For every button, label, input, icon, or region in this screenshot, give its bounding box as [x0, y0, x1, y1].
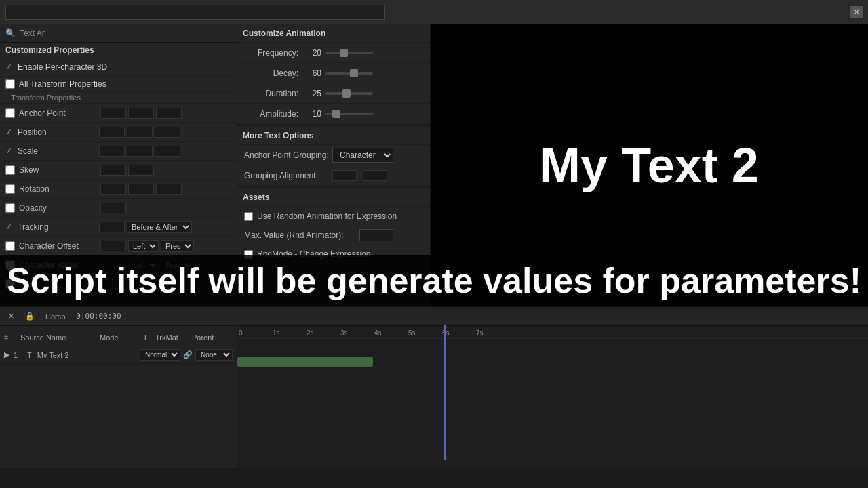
opacity-checkbox[interactable] — [5, 203, 15, 213]
scale-z-input[interactable]: 0 — [155, 146, 180, 157]
use-random-row: Use Random Animation for Expression — [237, 207, 430, 226]
decay-row: Decay: 60 — [237, 63, 430, 83]
skew-checkbox[interactable] — [5, 165, 15, 175]
amplitude-slider[interactable] — [326, 113, 373, 115]
anchor-y-input[interactable]: 0 — [128, 108, 154, 119]
parent-header: Parent — [192, 333, 233, 342]
position-y-input[interactable]: 0 — [127, 127, 153, 138]
playhead[interactable] — [444, 325, 446, 460]
skew-x-input[interactable]: 0 — [100, 165, 126, 176]
layer-trk-dropdown[interactable]: None — [195, 349, 233, 361]
duration-thumb[interactable] — [342, 89, 351, 98]
frequency-thumb[interactable] — [340, 49, 348, 57]
mode-header: Mode — [100, 333, 140, 342]
top-bar: Text Animator Suite ✕ — [0, 0, 868, 24]
layer-name: My Text 2 — [37, 351, 137, 359]
char-offset-label: Character Offset — [19, 241, 100, 251]
scale-y-input[interactable]: 0 — [127, 146, 153, 157]
decay-thumb[interactable] — [350, 69, 358, 77]
position-row: ✓ Position 0 0 0 — [0, 123, 237, 142]
svg-text:4s: 4s — [374, 329, 382, 337]
svg-text:5s: 5s — [408, 329, 416, 337]
char-offset-row: Character Offset 0 Left Pres — [0, 237, 237, 256]
amplitude-thumb[interactable] — [332, 110, 340, 118]
use-random-checkbox[interactable] — [244, 212, 253, 221]
tracking-row: ✓ Tracking 0 Before & After — [0, 218, 237, 237]
position-z-input[interactable]: 0 — [155, 127, 180, 138]
timeline-track-area: 0 1s 2s 3s 4s 5s 6s 7s — [237, 326, 868, 468]
char-offset-dropdown1[interactable]: Left — [128, 240, 159, 252]
svg-text:7s: 7s — [476, 329, 484, 337]
search-area: 🔍 Text Ar — [0, 24, 237, 43]
svg-text:6s: 6s — [442, 329, 450, 337]
trk-header: TrkMat — [155, 333, 189, 342]
timeline-row-layer1[interactable]: ▶ 1 T My Text 2 Normal 🔗 None — [0, 346, 237, 364]
scale-x-input[interactable]: 0 — [99, 146, 125, 157]
opacity-row: Opacity 0 — [0, 199, 237, 218]
frequency-label: Frequency: — [244, 48, 305, 58]
char-offset-dropdown2[interactable]: Pres — [161, 240, 194, 252]
duration-slider[interactable] — [326, 92, 373, 95]
anchor-point-label: Anchor Point — [19, 108, 100, 118]
anchor-point-checkbox[interactable] — [5, 108, 15, 118]
opacity-input[interactable]: 0 — [100, 203, 126, 214]
svg-text:2s: 2s — [307, 329, 314, 337]
rotation-checkbox[interactable] — [5, 184, 15, 194]
scale-row: ✓ Scale 0 0 0 — [0, 142, 237, 161]
assets-header: Assets — [237, 186, 430, 207]
grouping-alignment-row: Grouping Alignment: 0 0 — [237, 165, 430, 186]
grouping-alignment-label: Grouping Alignment: — [244, 171, 332, 180]
tracking-label: Tracking — [18, 222, 99, 232]
caption-overlay: Script itself will be generate values fo… — [0, 255, 868, 306]
checkmark-scale: ✓ — [5, 146, 12, 156]
comp-label: Comp — [43, 311, 68, 322]
layer-expand[interactable]: ▶ — [4, 350, 9, 359]
checkmark-tracking: ✓ — [5, 222, 12, 232]
decay-slider[interactable] — [326, 72, 373, 75]
svg-text:1s: 1s — [273, 329, 280, 337]
max-value-input[interactable]: 400 — [359, 229, 393, 241]
customize-animation-header: Customize Animation — [237, 24, 430, 43]
all-transform-checkbox[interactable] — [5, 79, 15, 89]
layer-bar[interactable] — [237, 357, 373, 367]
rotation-x-input[interactable]: 0 — [100, 184, 126, 195]
rotation-y-input[interactable]: 0 — [128, 184, 154, 195]
tracking-dropdown[interactable]: Before & After — [127, 221, 192, 233]
tracking-input[interactable]: 0 — [99, 222, 125, 232]
skew-label: Skew — [19, 165, 100, 175]
char-offset-checkbox[interactable] — [5, 241, 15, 251]
grouping-x-input[interactable]: 0 — [332, 170, 357, 181]
close-button[interactable]: ✕ — [850, 6, 863, 18]
anchor-point-grouping-dropdown[interactable]: Character — [332, 148, 393, 163]
timeline-close[interactable]: ✕ — [5, 310, 17, 322]
scale-label: Scale — [18, 146, 99, 156]
duration-value: 25 — [305, 89, 326, 98]
search-icon: 🔍 — [5, 28, 16, 38]
enable-per-char-label: Enable Per-character 3D — [18, 62, 107, 72]
timeline-lock[interactable]: 🔒 — [22, 310, 37, 322]
layer-icon: T — [27, 351, 32, 359]
skew-y-input[interactable]: 0 — [128, 165, 154, 176]
anchor-x-input[interactable]: 0 — [100, 108, 126, 119]
decay-label: Decay: — [244, 68, 305, 78]
anchor-z-input[interactable]: 0 — [156, 108, 182, 119]
timeline-header: ✕ 🔒 Comp 0;00;00;00 — [0, 307, 868, 326]
decay-value: 60 — [305, 68, 326, 78]
all-transform-row[interactable]: All Transform Properties — [0, 77, 237, 92]
caption-text: Script itself will be generate values fo… — [7, 260, 861, 301]
layer-num: 1 — [14, 351, 24, 359]
customized-properties-header: Customized Properties — [0, 43, 237, 58]
enable-per-char-row: ✓ Enable Per-character 3D — [0, 58, 237, 77]
title-input[interactable]: Text Animator Suite — [5, 5, 385, 20]
anchor-point-grouping-label: Anchor Point Grouping: — [244, 150, 332, 160]
layer-mode-dropdown[interactable]: Normal — [140, 349, 180, 361]
checkmark-enable: ✓ — [5, 62, 12, 72]
char-offset-input[interactable]: 0 — [100, 241, 126, 251]
grouping-y-input[interactable]: 0 — [363, 170, 387, 181]
amplitude-row: Amplitude: 10 — [237, 104, 430, 124]
position-x-input[interactable]: 0 — [99, 127, 125, 138]
transform-properties-subheader: Transform Properties — [0, 92, 237, 104]
rotation-z-input[interactable]: 0 — [156, 184, 182, 195]
frequency-slider[interactable] — [326, 52, 373, 54]
amplitude-value: 10 — [305, 109, 326, 119]
